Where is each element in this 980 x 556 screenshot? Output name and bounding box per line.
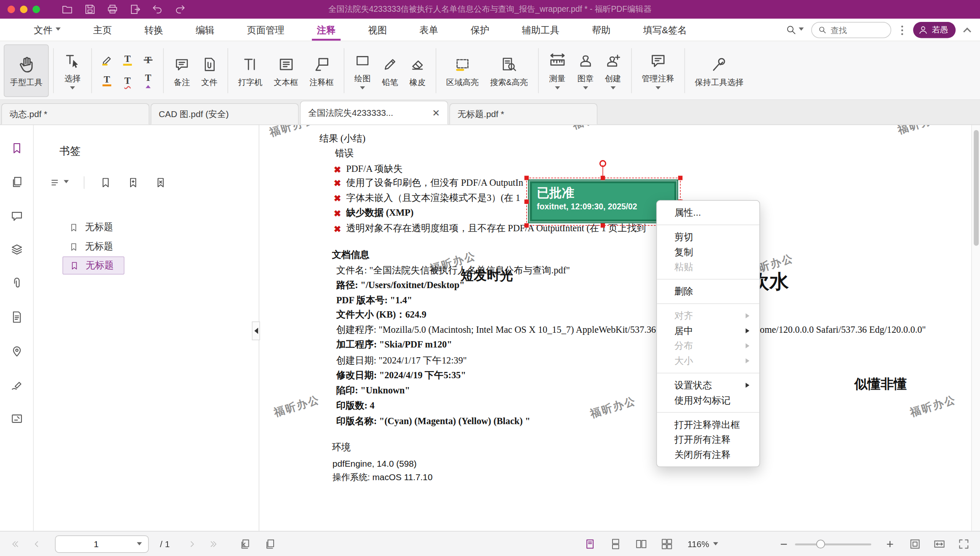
menu-protect[interactable]: 保护 [454,19,506,41]
panel-layers-icon[interactable] [10,243,24,257]
bookmark-item-selected[interactable]: 无标题 [62,257,124,275]
menu-help[interactable]: 帮助 [575,19,627,41]
add-bookmark-icon[interactable] [99,176,112,189]
redo-icon[interactable] [174,3,186,16]
last-page-button[interactable] [204,532,223,556]
selection-handle[interactable] [678,176,682,180]
search-input-wrapper[interactable] [811,22,891,38]
menu-edit[interactable]: 编辑 [179,19,231,41]
facing-continuous-view-button[interactable] [657,532,677,556]
document-page[interactable]: 福昕办公 福昕办公 福昕办公 福昕办公 福昕办公 福昕办公 福昕办公 福昕办公 … [259,125,971,531]
vertical-scrollbar[interactable] [971,125,980,531]
manage-comments-button[interactable]: 管理注释 [636,44,680,97]
area-highlight-tool-button[interactable]: 区域高亮 [441,44,485,97]
open-file-icon[interactable] [61,3,74,16]
zoom-out-button[interactable]: − [775,532,793,556]
select-tool-button[interactable]: 选择 [58,44,87,97]
save-icon[interactable] [84,3,96,16]
menu-home[interactable]: 主页 [77,19,128,41]
previous-view-button[interactable] [235,532,255,556]
collapse-ribbon-icon[interactable] [963,27,971,35]
menu-item-close-all-notes[interactable]: 关闭所有注释 [657,447,759,462]
wavy-underline-tool-button[interactable]: T [118,71,137,90]
menu-comment[interactable]: 注释 [301,19,352,41]
panel-destinations-icon[interactable] [10,344,24,358]
callout-tool-button[interactable]: 注释框 [304,44,340,97]
menu-item-checkmark[interactable]: 使用对勾标记 [657,393,759,408]
panel-comments-icon[interactable] [10,209,24,223]
tab-dongtai[interactable]: 动态.pdf * [1,103,149,124]
close-tab-icon[interactable]: ✕ [427,107,440,119]
tab-court-report[interactable]: 全国法院失4233333... ✕ [300,101,448,124]
panel-attachments-icon[interactable] [10,276,24,290]
bookmark-item[interactable]: 无标题 [34,237,255,257]
continuous-view-button[interactable] [606,532,626,556]
user-avatar[interactable]: 若愚 [913,22,956,38]
menu-form[interactable]: 表单 [403,19,455,41]
menu-item-open-popup-note[interactable]: 打开注释弹出框 [657,417,759,432]
menu-item-properties[interactable]: 属性... [657,205,759,220]
zoom-window-button[interactable] [32,5,40,13]
scrollbar-thumb[interactable] [974,130,979,246]
textbox-tool-button[interactable]: 文本框 [268,44,304,97]
typewriter-tool-button[interactable]: 打字机 [232,44,268,97]
panel-signature-icon[interactable] [10,378,24,392]
selection-handle[interactable] [601,223,605,227]
print-icon[interactable] [106,3,119,16]
create-stamp-button[interactable]: 创建 [599,44,626,97]
drawing-tool-button[interactable]: 绘图 [349,44,376,97]
rotation-handle[interactable] [599,160,606,167]
close-window-button[interactable] [8,5,15,13]
menu-item-cut[interactable]: 剪切 [657,230,759,245]
menu-item-open-all-notes[interactable]: 打开所有注释 [657,432,759,447]
menu-file[interactable]: 文件 [18,19,77,41]
more-options-icon[interactable] [899,25,905,35]
fit-width-button[interactable] [929,532,950,556]
search-input[interactable] [831,25,881,35]
note-tool-button[interactable]: 备注 [168,44,195,97]
fit-page-button[interactable] [905,532,925,556]
selection-handle[interactable] [525,200,529,204]
first-page-button[interactable] [6,532,25,556]
facing-view-button[interactable] [631,532,652,556]
add-child-bookmark-icon[interactable] [127,176,139,189]
pencil-tool-button[interactable]: 铅笔 [376,44,404,97]
menu-fill-sign[interactable]: 填写&签名 [627,19,703,41]
measure-tool-button[interactable]: 测量 [543,44,572,97]
single-page-view-button[interactable] [580,532,600,556]
insert-text-tool-button[interactable]: T [139,71,158,90]
menu-item-copy[interactable]: 复制 [657,245,759,260]
page-number-input[interactable]: 1 [55,535,149,553]
stamp-tool-button[interactable]: 图章 [572,44,599,97]
eraser-tool-button[interactable]: 橡皮 [404,44,431,97]
zoom-level-button[interactable]: 116% [687,532,718,556]
selection-handle[interactable] [525,176,529,180]
approved-stamp-annotation[interactable]: 已批准 foxitnet, 12:09:30, 2025/02 [528,179,678,223]
panel-bookmarks-icon[interactable] [10,142,24,155]
delete-bookmark-icon[interactable] [154,176,167,189]
panel-digital-sign-icon[interactable] [10,412,24,425]
file-attachment-tool-button[interactable]: 文件 [196,44,223,97]
search-tools-icon[interactable] [786,24,804,36]
hand-tool-button[interactable]: 手型工具 [4,44,49,97]
bookmark-item[interactable]: 无标题 [34,218,255,237]
fullscreen-button[interactable] [954,532,974,556]
minimize-window-button[interactable] [20,5,28,13]
undo-icon[interactable] [151,3,164,16]
zoom-slider-thumb[interactable] [816,540,825,548]
keep-tool-selected-button[interactable]: 保持工具选择 [689,44,749,97]
tab-untitled[interactable]: 无标题.pdf * [449,103,597,124]
menu-page-management[interactable]: 页面管理 [231,19,301,41]
panel-fields-icon[interactable] [10,310,24,324]
previous-page-button[interactable] [27,532,46,556]
underline-tool-button[interactable]: T [118,51,137,70]
next-page-button[interactable] [183,532,202,556]
search-highlight-tool-button[interactable]: 搜索&高亮 [485,44,534,97]
menu-item-set-status[interactable]: 设置状态 [657,378,759,393]
highlight-tool-button[interactable] [98,51,117,70]
squiggly-underline-tool-button[interactable]: T [98,71,117,90]
zoom-slider-track[interactable] [795,543,871,545]
export-icon[interactable] [129,3,141,16]
menu-view[interactable]: 视图 [352,19,403,41]
menu-convert[interactable]: 转换 [128,19,179,41]
